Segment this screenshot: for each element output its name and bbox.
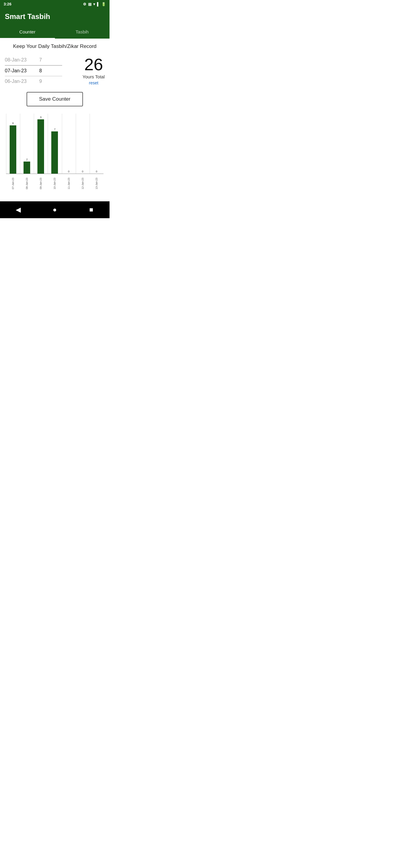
tab-bar: Counter Tasbih xyxy=(0,26,110,38)
app-bar: Smart Tasbih xyxy=(0,8,110,26)
total-number: 26 xyxy=(84,56,103,73)
bottom-nav: ◀ ● ■ xyxy=(0,201,110,218)
date-row-above[interactable]: 08-Jan-23 7 xyxy=(5,56,62,64)
grid-line xyxy=(34,114,34,174)
divider-bottom xyxy=(5,76,62,76)
counter-section: 08-Jan-23 7 07-Jan-23 8 06-Jan-23 9 26 Y… xyxy=(5,56,105,86)
grid-line xyxy=(90,114,90,174)
bar-value-label: 7 xyxy=(54,128,56,131)
bar-group: 0 xyxy=(90,114,104,174)
main-content: Keep Your Daily Tasbih/Zikar Record 08-J… xyxy=(0,38,110,196)
bar-label: 12-Jan-23 xyxy=(76,175,90,192)
grid-line xyxy=(20,114,20,174)
count-above: 7 xyxy=(39,57,42,63)
sim-icon: ▤ xyxy=(88,2,91,6)
bar-label: 11-Jan-23 xyxy=(62,175,76,192)
total-display: 26 Yours Total reset xyxy=(83,56,105,85)
date-row-selected[interactable]: 07-Jan-23 8 xyxy=(5,66,62,75)
date-picker[interactable]: 08-Jan-23 7 07-Jan-23 8 06-Jan-23 9 xyxy=(5,56,62,86)
date-row-below[interactable]: 06-Jan-23 9 xyxy=(5,77,62,86)
count-selected: 8 xyxy=(39,68,42,73)
tab-tasbih[interactable]: Tasbih xyxy=(55,26,110,38)
bar-value-label: 2 xyxy=(26,158,28,161)
chart-labels: 07-Jan-2308-Jan-2309-Jan-2310-Jan-2311-J… xyxy=(6,175,104,192)
bar-label: 13-Jan-23 xyxy=(90,175,104,192)
total-label: Yours Total xyxy=(83,74,105,79)
bar-label: 09-Jan-23 xyxy=(34,175,48,192)
bar-chart: 8297000 07-Jan-2308-Jan-2309-Jan-2310-Ja… xyxy=(5,114,105,192)
bar-value-label: 8 xyxy=(12,122,14,125)
page-subtitle: Keep Your Daily Tasbih/Zikar Record xyxy=(5,43,105,50)
home-button[interactable]: ● xyxy=(48,204,62,215)
settings-icon: ⚙ xyxy=(83,2,86,6)
app-title: Smart Tasbih xyxy=(5,12,105,21)
bar-value-label: 0 xyxy=(96,170,97,173)
date-below: 06-Jan-23 xyxy=(5,79,32,84)
recents-button[interactable]: ■ xyxy=(84,204,99,215)
bar-label: 10-Jan-23 xyxy=(48,175,62,192)
bar-label: 07-Jan-23 xyxy=(6,175,20,192)
status-bar: 3:26 ⚙ ▤ ▾ ▌ 🔋 xyxy=(0,0,110,8)
bar-group: 0 xyxy=(62,114,76,174)
bar-rect xyxy=(51,131,58,174)
grid-line xyxy=(6,114,6,174)
bar-value-label: 0 xyxy=(68,170,69,173)
bar-value-label: 9 xyxy=(40,116,41,119)
bar-group: 0 xyxy=(76,114,90,174)
bar-label: 08-Jan-23 xyxy=(20,175,34,192)
bar-rect xyxy=(37,119,44,174)
tab-counter[interactable]: Counter xyxy=(0,26,55,38)
wifi-icon: ▾ xyxy=(93,2,95,6)
chart-bars: 8297000 xyxy=(6,114,104,174)
bar-group: 9 xyxy=(34,114,48,174)
bar-group: 7 xyxy=(48,114,62,174)
bar-value-label: 0 xyxy=(82,170,83,173)
save-counter-button[interactable]: Save Counter xyxy=(27,92,83,106)
reset-link[interactable]: reset xyxy=(89,81,98,85)
date-above: 08-Jan-23 xyxy=(5,57,32,63)
grid-line xyxy=(62,114,62,174)
divider-top xyxy=(5,65,62,66)
back-button[interactable]: ◀ xyxy=(11,204,26,215)
bar-group: 2 xyxy=(20,114,34,174)
bar-rect xyxy=(24,161,30,174)
date-selected: 07-Jan-23 xyxy=(5,68,32,73)
status-icons: ⚙ ▤ ▾ ▌ 🔋 xyxy=(83,2,106,6)
battery-icon: 🔋 xyxy=(102,2,106,6)
grid-line xyxy=(48,114,48,174)
time: 3:26 xyxy=(4,2,11,6)
bar-rect xyxy=(10,125,16,174)
bar-group: 8 xyxy=(6,114,20,174)
count-below: 9 xyxy=(39,79,42,84)
signal-icon: ▌ xyxy=(97,2,99,6)
